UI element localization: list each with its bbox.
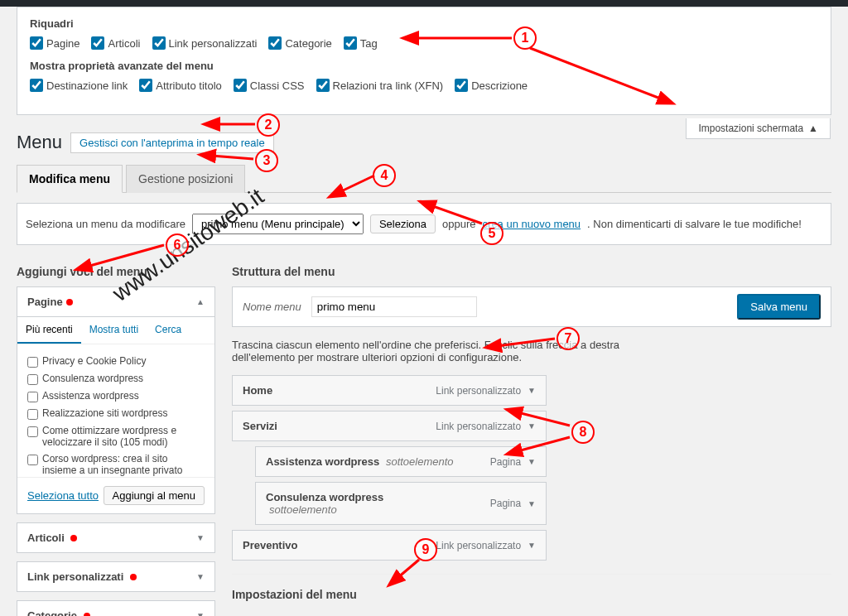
- screen-option-checkbox[interactable]: Descrizione: [455, 79, 528, 92]
- boxes-heading: Riquadri: [30, 17, 818, 30]
- accordion-header[interactable]: Link personalizzati ▼: [17, 562, 214, 591]
- chevron-up-icon: ▲: [808, 123, 818, 134]
- chevron-down-icon: ▼: [528, 386, 536, 395]
- subtab-all[interactable]: Mostra tutti: [81, 317, 147, 344]
- create-menu-link[interactable]: crea un nuovo menu: [483, 218, 581, 230]
- menu-name-label: Nome menu: [243, 301, 301, 313]
- menu-item[interactable]: Assistenza wordpress sottoelementoPagina…: [255, 446, 547, 477]
- menu-selector-row: Seleziona un menu da modificare primo me…: [17, 203, 831, 245]
- screen-option-checkbox[interactable]: Tag: [344, 36, 378, 50]
- add-to-menu-button[interactable]: Aggiungi al menu: [104, 486, 205, 505]
- menu-name-input[interactable]: [311, 296, 477, 317]
- drag-instructions: Trascina ciascun elemento nell'ordine ch…: [232, 339, 662, 363]
- accordion-section: Link personalizzati ▼: [17, 561, 215, 592]
- subtab-recent[interactable]: Più recenti: [17, 317, 81, 344]
- select-button[interactable]: Seleziona: [370, 214, 436, 233]
- page-item-checkbox[interactable]: Consulenza wordpress: [27, 370, 205, 387]
- screen-option-checkbox[interactable]: Link personalizzati: [152, 36, 258, 50]
- pages-accordion: Pagine ▲ Più recenti Mostra tutti Cerca …: [17, 286, 215, 514]
- page-item-checkbox[interactable]: Assistenza wordpress: [27, 387, 205, 405]
- page-item-checkbox[interactable]: Come ottimizzare wordpress e velocizzare…: [27, 422, 205, 450]
- screen-option-checkbox[interactable]: Relazioni tra link (XFN): [316, 79, 444, 92]
- accordion-header[interactable]: Articoli ▼: [17, 523, 214, 552]
- page-title: Menu: [17, 132, 62, 153]
- chevron-up-icon: ▲: [196, 297, 205, 306]
- menu-item[interactable]: Consulenza wordpresssottoelementoPagina …: [255, 482, 547, 525]
- screen-option-checkbox[interactable]: Attributo titolo: [139, 79, 222, 92]
- menu-item[interactable]: HomeLink personalizzato ▼: [232, 375, 547, 406]
- accordion-header[interactable]: Categorie ▼: [17, 601, 214, 616]
- pages-accordion-header[interactable]: Pagine ▲: [17, 287, 214, 317]
- chevron-down-icon: ▼: [528, 499, 536, 508]
- page-item-checkbox[interactable]: Realizzazione siti wordpress: [27, 405, 205, 422]
- screen-option-checkbox[interactable]: Pagine: [30, 36, 80, 50]
- advanced-heading: Mostra proprietà avanzate del menu: [30, 60, 818, 72]
- screen-option-checkbox[interactable]: Articoli: [91, 36, 140, 50]
- after-text: . Non dimenticarti di salvare le tue mod…: [587, 218, 802, 230]
- menu-item[interactable]: ServiziLink personalizzato ▼: [232, 411, 547, 441]
- screen-option-checkbox[interactable]: Classi CSS: [234, 79, 305, 92]
- screen-options-panel: Riquadri Pagine Articoli Link personaliz…: [17, 7, 831, 115]
- accordion-section: Categorie ▼: [17, 600, 215, 616]
- select-all-link[interactable]: Seleziona tutto: [27, 489, 99, 502]
- select-menu-label: Seleziona un menu da modificare: [26, 218, 186, 230]
- chevron-down-icon: ▼: [528, 421, 536, 431]
- screen-option-checkbox[interactable]: Destinazione link: [30, 79, 128, 92]
- live-preview-link[interactable]: Gestisci con l'anteprima in tempo reale: [70, 132, 274, 153]
- admin-topbar: [0, 0, 848, 7]
- or-text: oppure: [442, 218, 475, 230]
- screen-options-toggle[interactable]: Impostazioni schermata▲: [686, 118, 831, 139]
- menu-select[interactable]: primo menu (Menu principale): [192, 214, 364, 234]
- tab-manage-locations[interactable]: Gestione posizioni: [126, 165, 245, 193]
- save-menu-button[interactable]: Salva menu: [737, 294, 821, 320]
- screen-option-checkbox[interactable]: Categorie: [268, 36, 331, 50]
- subtab-search[interactable]: Cerca: [147, 317, 190, 344]
- menu-settings-heading: Impostazioni del menu: [232, 588, 831, 601]
- chevron-down-icon: ▼: [196, 611, 205, 616]
- structure-heading: Struttura del menu: [232, 265, 831, 278]
- nav-tabs: Modifica menu Gestione posizioni: [17, 165, 831, 193]
- accordion-section: Articoli ▼: [17, 522, 215, 553]
- tab-edit-menu[interactable]: Modifica menu: [17, 165, 123, 193]
- menu-item[interactable]: PreventivoLink personalizzato ▼: [232, 530, 547, 561]
- chevron-down-icon: ▼: [528, 541, 536, 550]
- chevron-down-icon: ▼: [528, 457, 536, 466]
- chevron-down-icon: ▼: [196, 533, 205, 542]
- page-item-checkbox[interactable]: Privacy e Cookie Policy: [27, 353, 205, 370]
- chevron-down-icon: ▼: [196, 572, 205, 581]
- add-items-heading: Aggiungi voci del menu: [17, 265, 215, 278]
- page-item-checkbox[interactable]: Corso wordpress: crea il sito insieme a …: [27, 450, 205, 477]
